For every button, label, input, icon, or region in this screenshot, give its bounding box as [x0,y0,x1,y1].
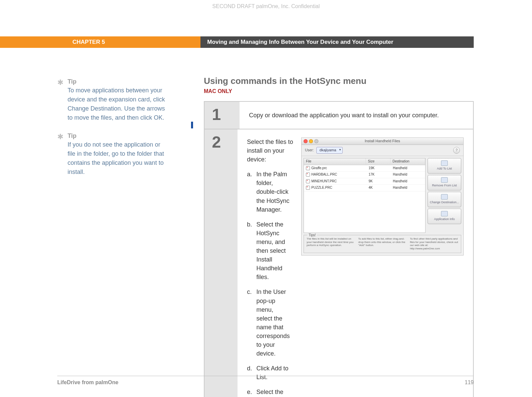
button-label: Application Info [434,217,455,221]
tip-block: ✱ Tip To move applications between your … [57,78,172,122]
cell-size: 19K [367,165,391,172]
substep-letter: a. [247,170,256,214]
substep-letter: c. [247,287,256,358]
window-titlebar: Install Handheld Files [302,138,463,145]
revision-mark-icon [191,122,193,128]
button-label: Remove From List [432,183,457,188]
tips-col: The files in this list will be installed… [307,237,355,250]
remove-icon [441,177,448,183]
step-number: 2 [205,129,238,397]
step-text: Copy or download the application you wan… [249,111,464,120]
file-icon [306,186,310,190]
cell-dest: Handheld [391,178,425,185]
cell-file: HARDBALL.PRC [311,172,337,177]
page-title-bar: Moving and Managing Info Between Your De… [200,36,474,48]
substep-letter: e. [247,388,256,397]
tips-legend: Tips! [307,233,317,238]
file-icon [306,166,310,170]
table-row[interactable]: PUZZLE.PRC 4K Handheld [304,185,425,191]
change-destination-button[interactable]: Change Destination... [428,192,461,207]
step-number: 1 [205,102,240,129]
substep-letter: b. [247,220,256,282]
tips-col: To add files to this list, either drag-a… [358,237,406,250]
cell-file: PUZZLE.PRC [311,185,332,190]
file-list-table[interactable]: File Size Destination Giraffe.prc 19K Ha… [304,158,426,233]
tip-label: Tip [67,132,165,140]
column-header-size[interactable]: Size [366,158,390,165]
substep: e. Select the file(s) you want to instal… [247,388,293,397]
tip-text: To move applications between your device… [67,86,165,122]
main-content: Using commands in the HotSync menu MAC O… [204,76,474,397]
steps-container: 1 Copy or download the application you w… [204,101,474,397]
substep: a. In the Palm folder, double-click the … [247,170,293,214]
platform-note: MAC ONLY [204,88,474,94]
cell-size: 4K [367,185,391,191]
info-icon [441,211,448,216]
install-handheld-files-window: Install Handheld Files User: dkajiyama ?… [301,138,464,255]
cell-file: MINEHUNT.PRC [311,179,337,184]
tips-panel: Tips! The files in this list will be ins… [304,235,461,253]
tip-label: Tip [67,78,165,85]
cell-dest: Handheld [391,165,425,172]
help-icon[interactable]: ? [453,147,460,154]
column-header-file[interactable]: File [304,158,366,165]
header-watermark: SECOND DRAFT palmOne, Inc. Confidential [0,3,532,9]
footer-rule [57,376,474,376]
chapter-label-bar: CHAPTER 5 [0,36,200,48]
step-row: 1 Copy or download the application you w… [205,102,473,129]
add-icon [441,160,448,166]
table-row[interactable]: MINEHUNT.PRC 9K Handheld [304,178,425,185]
cell-dest: Handheld [391,185,425,191]
tip-text: If you do not see the application or fil… [67,140,165,177]
substep-text: In the Palm folder, double-click the Hot… [256,170,293,214]
substep-letter: d. [247,364,256,381]
substep: d. Click Add to List. [247,364,293,381]
sidebar-tips: ✱ Tip To move applications between your … [57,78,172,187]
substep-text: Select the file(s) you want to install. [256,388,293,397]
step-intro: Select the files to install on your devi… [247,138,293,164]
user-select[interactable]: dkajiyama [316,147,343,154]
substep: c. In the User pop-up menu, select the n… [247,287,293,358]
column-header-dest[interactable]: Destination [390,158,425,165]
cell-file: Giraffe.prc [311,166,327,171]
add-to-list-button[interactable]: Add To List [428,158,461,174]
asterisk-icon: ✱ [57,132,66,141]
remove-from-list-button[interactable]: Remove From List [428,175,461,190]
cell-size: 17K [367,172,391,178]
section-heading: Using commands in the HotSync menu [204,76,474,86]
asterisk-icon: ✱ [57,78,66,87]
substep-text: Select the HotSync menu, and then select… [256,220,293,282]
cell-dest: Handheld [391,172,425,178]
window-title: Install Handheld Files [302,139,463,144]
substep-text: Click Add to List. [256,364,293,381]
step-row: 2 Select the files to install on your de… [205,129,473,397]
file-icon [306,173,310,177]
application-info-button[interactable]: Application Info [428,209,461,224]
footer-page-number: 119 [465,379,474,386]
tip-block: ✱ Tip If you do not see the application … [57,132,172,177]
substep: b. Select the HotSync menu, and then sel… [247,220,293,282]
cell-size: 9K [367,178,391,185]
user-label: User: [305,148,314,153]
substep-text: In the User pop-up menu, select the name… [256,287,293,358]
button-label: Add To List [437,166,452,171]
file-icon [306,179,310,183]
table-row[interactable]: Giraffe.prc 19K Handheld [304,165,425,172]
tips-col: To find other third party applications a… [410,237,458,250]
footer-product-name: LifeDrive from palmOne [57,379,118,386]
table-row[interactable]: HARDBALL.PRC 17K Handheld [304,172,425,178]
button-label: Change Destination... [430,200,459,205]
change-dest-icon [441,194,448,200]
